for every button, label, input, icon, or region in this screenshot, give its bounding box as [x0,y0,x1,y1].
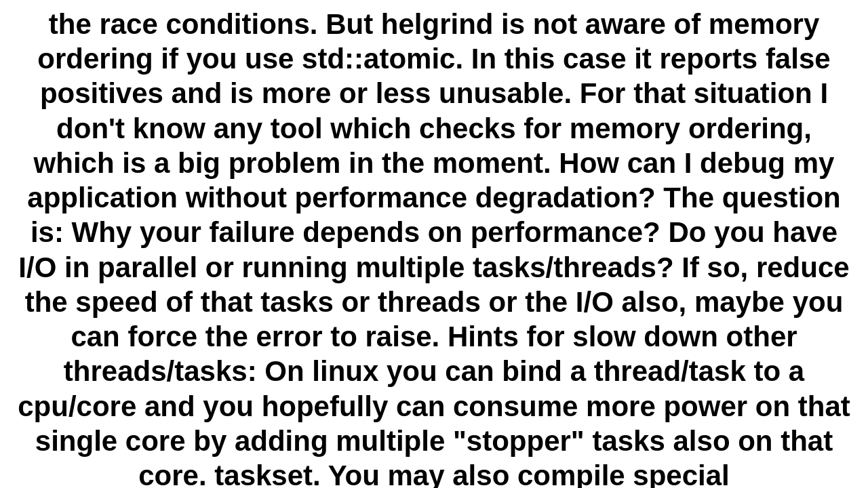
text-container: the race conditions. But helgrind is not… [0,0,868,488]
main-paragraph: the race conditions. But helgrind is not… [14,7,854,488]
